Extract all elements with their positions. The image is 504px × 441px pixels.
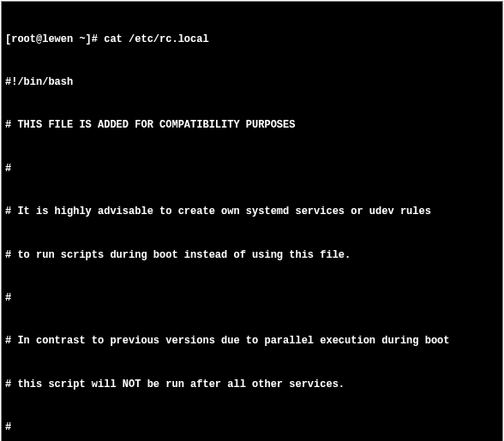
terminal-window-1[interactable]: [root@lewen ~]# cat /etc/rc.local #!/bin…	[1, 1, 503, 441]
output-line: # It is highly advisable to create own s…	[5, 205, 499, 219]
output-line: # to run scripts during boot instead of …	[5, 248, 499, 263]
output-line: #!/bin/bash	[5, 75, 499, 90]
output-line: #	[5, 291, 499, 306]
prompt-line-1: [root@lewen ~]# cat /etc/rc.local	[5, 33, 499, 47]
output-line: # this script will NOT be run after all …	[5, 378, 499, 392]
output-line: #	[5, 162, 499, 176]
prompt-user-host: [root@lewen ~]#	[5, 33, 104, 45]
output-line: #	[5, 420, 499, 435]
command-text: cat /etc/rc.local	[104, 33, 208, 45]
output-line: # In contrast to previous versions due t…	[5, 334, 499, 349]
output-line: # THIS FILE IS ADDED FOR COMPATIBILITY P…	[5, 118, 499, 133]
